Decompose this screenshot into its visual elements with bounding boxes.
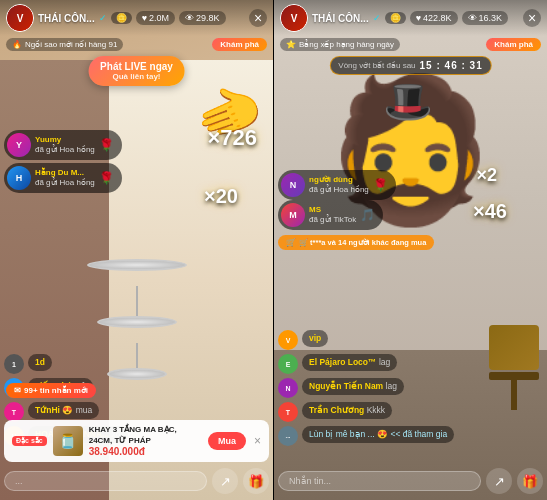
share-icon[interactable]: ↗ — [212, 468, 238, 494]
gift2-icon: 🌹 — [99, 171, 114, 185]
gift1-username: Yuumy — [35, 135, 61, 144]
gift1-icon: 🌹 — [99, 138, 114, 152]
right-explore-button[interactable]: Khám phá — [486, 38, 541, 51]
star-icon: ⭐ — [286, 40, 296, 49]
gift-send-icon[interactable]: 🎁 — [243, 468, 269, 494]
promo-sub: Quà liên tay! — [100, 72, 173, 81]
product-info: KHAY 3 TẦNG MA BẠC, 24CM, TỪ PHÁP 38.940… — [89, 425, 202, 457]
chat-avatar-3: T — [4, 402, 24, 422]
right-chat-avatar-3: N — [278, 378, 298, 398]
right-timer-badge: Vòng vớt bất đầu sau 15 : 46 : 31 — [329, 56, 491, 75]
eye-icon: 👁 — [185, 13, 194, 23]
gift2-action: đã gửi Hoa hồng — [35, 178, 95, 187]
fire-icon: 🔥 — [12, 40, 22, 49]
left-close-button[interactable]: × — [249, 9, 267, 27]
product-name: KHAY 3 TẦNG MA BẠC, 24CM, TỪ PHÁP — [89, 425, 202, 446]
left-multiplier-2: ×20 — [204, 185, 238, 208]
eye-icon-right: 👁 — [468, 13, 477, 23]
right-share-icon[interactable]: ↗ — [486, 468, 512, 494]
right-chat-avatar-2: E — [278, 354, 298, 374]
heart-icon: ♥ — [142, 13, 147, 23]
product-bar: Đặc sắc 🫙 KHAY 3 TẦNG MA BẠC, 24CM, TỪ P… — [4, 420, 269, 462]
right-gift-notif-1: N người dùng đã gửi Hoa hồng 🌹 — [278, 170, 396, 200]
timer-value: 15 : 46 : 31 — [420, 60, 483, 71]
left-explore-button[interactable]: Khám phá — [212, 38, 267, 51]
chat-msg-3: T TứnHi 😍 mua — [4, 402, 269, 422]
product-image: 🫙 — [53, 426, 83, 456]
left-coin-badge: 🪙 — [111, 12, 132, 24]
chat-avatar-1: 1 — [4, 354, 24, 374]
right-message-input[interactable]: Nhắn tin... — [278, 471, 481, 491]
left-sub-info: 🔥 Ngồi sao mới nối hàng 91 — [6, 38, 123, 51]
right-gift1-icon: 🌹 — [373, 178, 388, 192]
timer-label: Vòng vớt bất đầu sau — [338, 61, 415, 70]
right-gift2-icon: 🎵 — [360, 208, 375, 222]
right-follower-count: ♥ 422.8K — [410, 11, 458, 25]
left-sub-bar: 🔥 Ngồi sao mới nối hàng 91 Khám phá — [0, 36, 273, 53]
right-chat-bubble-2: El Pájaro Loco™ lag — [302, 354, 397, 371]
left-gift-notif-1: Y Yuumy đã gửi Hoa hồng 🌹 — [4, 130, 122, 160]
close-product-button[interactable]: × — [254, 434, 261, 448]
cart-icon: 🛒 — [286, 238, 296, 247]
right-bottom-bar: Nhắn tin... ↗ 🎁 — [278, 468, 543, 494]
right-chat-bubble-3: Nguyễn Tiến Nam lag — [302, 378, 404, 395]
right-chat-avatar-4: T — [278, 402, 298, 422]
left-verified-icon: ✓ — [99, 13, 107, 23]
left-panel: V THÁI CÔN... ✓ 🪙 ♥ 2.0M 👁 29.8K × 🔥 Ngồ… — [0, 0, 273, 500]
right-gift1-action: đã gửi Hoa hồng — [309, 185, 369, 194]
chat-msg-1: 1 1d — [4, 354, 269, 374]
right-username: THÁI CÔN... — [312, 13, 369, 24]
left-top-bar: V THÁI CÔN... ✓ 🪙 ♥ 2.0M 👁 29.8K × — [0, 0, 273, 36]
left-gift-notif-2: H Hằng Du M... đã gửi Hoa hồng 🌹 — [4, 163, 122, 193]
right-chat-msg-5: ... Lùn bị mê bạn ... 😍 << đã tham gia — [278, 426, 543, 446]
chat-bubble-3: TứnHi 😍 mua — [28, 402, 99, 419]
coin-icon: 🪙 — [116, 13, 127, 23]
gift-notif-avatar-2: H — [7, 166, 31, 190]
right-gift2-action: đã gửi TikTok — [309, 215, 356, 224]
gift-notif-avatar-1: Y — [7, 133, 31, 157]
left-avatar: V — [6, 4, 34, 32]
gift1-action: đã gửi Hoa hồng — [35, 145, 95, 154]
left-viewer-count: 👁 29.8K — [179, 11, 226, 25]
right-gift2-username: MS — [309, 205, 321, 214]
right-close-button[interactable]: × — [523, 9, 541, 27]
purchase-notif: 🛒 🛒 t***a và 14 người khác đang mua — [278, 235, 434, 250]
left-follower-count: ♥ 2.0M — [136, 11, 175, 25]
right-chat-msg-3: N Nguyễn Tiến Nam lag — [278, 378, 543, 398]
right-avatar: V — [280, 4, 308, 32]
left-bottom-bar: ... ↗ 🎁 — [4, 468, 269, 494]
left-message-input[interactable]: ... — [4, 471, 207, 491]
right-chat-msg-2: E El Pájaro Loco™ lag — [278, 354, 543, 374]
left-multiplier-1: ×726 — [207, 125, 257, 151]
promo-title: Phát LIVE ngay — [100, 61, 173, 72]
right-gift-notif-avatar-1: N — [281, 173, 305, 197]
left-promo-banner: Phát LIVE ngay Quà liên tay! — [88, 56, 185, 86]
right-chat-bubble-4: Trần Chương Kkkk — [302, 402, 392, 419]
right-chat-avatar-1: V — [278, 330, 298, 350]
right-multiplier-2: ×46 — [473, 200, 507, 223]
buy-button[interactable]: Mua — [208, 432, 246, 450]
right-chat-area: V vip E El Pájaro Loco™ lag N Nguyễn Tiế… — [274, 330, 547, 450]
right-viewer-count: 👁 16.3K — [462, 11, 509, 25]
right-coin-badge: 🪙 — [385, 12, 406, 24]
right-chat-bubble-5: Lùn bị mê bạn ... 😍 << đã tham gia — [302, 426, 454, 443]
new-msg-badge[interactable]: ✉ 99+ tin nhắn mới — [6, 383, 96, 398]
right-panel: V THÁI CÔN... ✓ 🪙 ♥ 422.8K 👁 16.3K × ⭐ B… — [274, 0, 547, 500]
right-gift-notif-avatar-2: M — [281, 203, 305, 227]
right-multiplier-1: ×2 — [476, 165, 497, 186]
right-verified-icon: ✓ — [373, 13, 381, 23]
coin-icon-right: 🪙 — [390, 13, 401, 23]
right-chat-avatar-5: ... — [278, 426, 298, 446]
msg-icon: ✉ — [14, 386, 21, 395]
right-chat-msg-4: T Trần Chương Kkkk — [278, 402, 543, 422]
right-gift1-username: người dùng — [309, 175, 353, 184]
left-username: THÁI CÔN... — [38, 13, 95, 24]
gift2-username: Hằng Du M... — [35, 168, 84, 177]
chat-bubble-1: 1d — [28, 354, 52, 371]
hat-icon: 🎩 — [383, 78, 433, 125]
right-chat-msg-1: V vip — [278, 330, 543, 350]
right-gift-send-icon[interactable]: 🎁 — [517, 468, 543, 494]
heart-icon-right: ♥ — [416, 13, 421, 23]
right-daily-rank: ⭐ Bảng xếp hạng hàng ngày — [280, 38, 400, 51]
product-badge: Đặc sắc — [12, 436, 47, 446]
